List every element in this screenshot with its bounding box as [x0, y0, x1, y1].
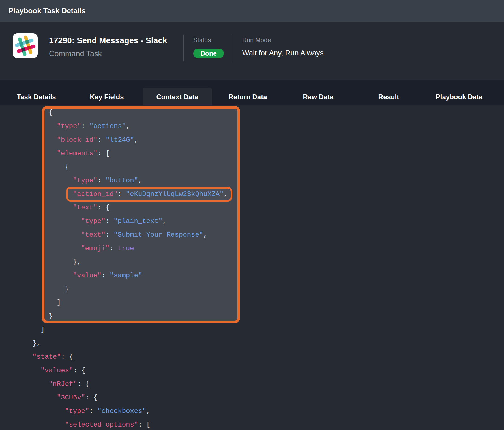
- tab-context-data[interactable]: Context Data: [142, 80, 213, 105]
- detail-tabs: Task Details Key Fields Context Data Ret…: [0, 80, 504, 105]
- divider: [233, 35, 233, 61]
- code-line: {: [0, 106, 504, 120]
- tab-return-data[interactable]: Return Data: [213, 80, 283, 105]
- tab-panel-context-data: {"type": "actions","block_id": "lt24G","…: [0, 105, 504, 430]
- task-type-label: Command Task: [49, 49, 102, 58]
- code-line: "values": {: [0, 364, 504, 377]
- top-bar: Playbook Task Details: [0, 0, 504, 22]
- page-title: Playbook Task Details: [8, 0, 86, 22]
- status-label: Status: [193, 36, 211, 44]
- code-line: "emoji": true: [0, 242, 504, 255]
- code-line: ]: [0, 323, 504, 337]
- code-line: ]: [0, 296, 504, 310]
- code-viewer[interactable]: {"type": "actions","block_id": "lt24G","…: [0, 106, 504, 430]
- code-line: "text": {: [0, 201, 504, 215]
- code-line: "type": "plain_text",: [0, 215, 504, 228]
- code-line: "type": "actions",: [0, 120, 504, 133]
- code-line: "value": "sample": [0, 269, 504, 282]
- json-code: {"type": "actions","block_id": "lt24G","…: [0, 106, 504, 430]
- tab-task-details[interactable]: Task Details: [1, 80, 72, 105]
- code-line: "block_id": "lt24G",: [0, 133, 504, 147]
- code-line: "elements": [: [0, 147, 504, 160]
- slack-icon: [13, 33, 38, 58]
- code-line: "state": {: [0, 350, 504, 364]
- task-header: 17290: Send Messages - Slack Command Tas…: [0, 22, 504, 80]
- tab-result[interactable]: Result: [353, 80, 424, 105]
- code-line: {: [0, 160, 504, 174]
- task-name: 17290: Send Messages - Slack: [49, 36, 167, 45]
- code-line: "action_id": "eKuDqnzYlUqLw2SkQhuXZA",: [0, 187, 504, 201]
- code-line: "selected_options": [: [0, 418, 504, 430]
- code-line: }: [0, 310, 504, 323]
- code-line: "type": "button",: [0, 174, 504, 187]
- code-line: },: [0, 337, 504, 350]
- run-mode-value: Wait for Any, Run Always: [242, 49, 324, 57]
- tab-raw-data[interactable]: Raw Data: [283, 80, 353, 105]
- tab-playbook-data[interactable]: Playbook Data: [424, 80, 494, 105]
- code-line: "nRJef": {: [0, 377, 504, 391]
- run-mode-label: Run Mode: [242, 36, 271, 44]
- code-line: "text": "Submit Your Response",: [0, 228, 504, 242]
- code-line: },: [0, 255, 504, 269]
- status-badge: Done: [193, 49, 224, 58]
- code-line: "type": "checkboxes",: [0, 405, 504, 418]
- tab-key-fields[interactable]: Key Fields: [72, 80, 142, 105]
- divider: [183, 35, 184, 61]
- code-line: }: [0, 282, 504, 296]
- code-line: "3CU6v": {: [0, 391, 504, 405]
